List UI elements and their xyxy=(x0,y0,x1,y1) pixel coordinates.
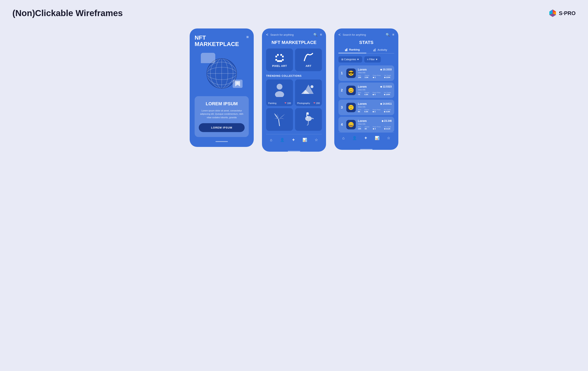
painting-collection[interactable]: Painting ❤ 100 xyxy=(266,80,293,106)
frame3-bottom-line xyxy=(360,149,373,150)
frame-2-phone: < Search for anything 🔍 ≡ NFT MARKETPLAC… xyxy=(262,29,326,152)
pixel-art-category[interactable]: PIXEL ART xyxy=(266,49,293,71)
heart-icon-2: ❤ xyxy=(314,102,315,104)
svg-point-27 xyxy=(311,85,314,88)
frame3-menu-icon[interactable]: ≡ xyxy=(392,33,394,37)
rank-3-emoji: 🙂 xyxy=(348,105,354,110)
frame3-nav-star[interactable]: ☆ xyxy=(387,136,390,140)
logo-text: S·PRO xyxy=(559,10,576,17)
heart-icon: ❤ xyxy=(284,102,286,104)
nav-add-icon[interactable]: + xyxy=(292,137,295,143)
cta-button[interactable]: LOREM IPSUM xyxy=(199,123,245,132)
rank-3-view: View Info xyxy=(358,106,392,108)
art-category[interactable]: ART xyxy=(295,49,322,71)
rank-3-price: ◆ 14.6411 xyxy=(380,102,392,105)
rank-1-avatar: 😎 xyxy=(346,69,356,78)
rank-3-info: Lorem ◆ 14.6411 View Info Item 9K Owner … xyxy=(358,102,392,113)
painting-img xyxy=(266,80,293,100)
frame3-nav-home[interactable]: ⌂ xyxy=(342,136,345,140)
info-card: LOREM IPSUM Lorem ipsum dolor sit amet, … xyxy=(195,96,249,137)
ranking-item-4: 4 😄 Lorem ◆ 23.346 View Info Item 10K xyxy=(338,117,394,132)
frame2-bottom-nav: ⌂ 👤 + 📊 ☆ xyxy=(266,134,322,147)
nav-stats-icon[interactable]: 📊 xyxy=(303,138,307,142)
rank-3-name-row: Lorem ◆ 14.6411 xyxy=(358,102,392,105)
bookmark-icon xyxy=(234,81,241,86)
rank-2-stats: Item 7K Owner 4.5K Floor Price ◆ 5 Vol xyxy=(358,92,392,96)
svg-rect-18 xyxy=(275,56,277,57)
rank-1-emoji: 😎 xyxy=(348,70,354,76)
stats-tabs: Ranking Activity xyxy=(338,48,394,53)
nav-home-icon[interactable]: ⌂ xyxy=(270,138,272,142)
photography-collection[interactable]: Photography ❤ 200 xyxy=(295,80,322,106)
nav-profile-icon[interactable]: 👤 xyxy=(280,138,284,142)
pixel-art-icon xyxy=(273,52,286,63)
frame3-search-icon[interactable]: 🔍 xyxy=(386,33,390,37)
frame3-search-bar-left: < Search for anything xyxy=(338,33,366,37)
svg-rect-16 xyxy=(277,54,279,56)
rank-4-info: Lorem ◆ 23.346 View Info Item 10K Owner … xyxy=(358,119,392,130)
rank-1-name: Lorem xyxy=(358,68,367,71)
search-placeholder-text: Search for anything xyxy=(271,33,294,36)
painting-footer: Painting ❤ 100 xyxy=(266,100,293,106)
ranking-item-2: 2 😊 Lorem ◆ 12.5323 View Info Item 7K xyxy=(338,82,394,98)
frame3-nav-add[interactable]: + xyxy=(365,135,367,141)
rank-2-info: Lorem ◆ 12.5323 View Info Item 7K Owner … xyxy=(358,85,392,96)
svg-rect-35 xyxy=(375,49,376,51)
tropical-img xyxy=(266,108,293,131)
rank-4-stats: Item 10K Owner 4K Floor Price ◆ 3 Vol xyxy=(358,126,392,130)
back-arrow-icon[interactable]: < xyxy=(266,33,268,37)
svg-rect-19 xyxy=(282,56,284,57)
rank-1-info: Lorem ◆ 10.3333 View Info Item 10K Owner… xyxy=(358,68,392,78)
mountain-icon xyxy=(301,82,316,97)
filter-btn[interactable]: ≡ Filter ▼ xyxy=(364,56,381,62)
activity-tab-icon xyxy=(373,49,376,51)
rank-4-name: Lorem xyxy=(358,119,367,122)
ranking-list: 1 😎 Lorem ◆ 10.3333 View Info Item 10K xyxy=(338,65,394,132)
rank-2-number: 2 xyxy=(341,89,344,92)
tab-ranking[interactable]: Ranking xyxy=(338,48,366,53)
rank-1-stats: Item 10K Owner 3.5K Floor Price ◆ 1 Vo xyxy=(358,74,392,78)
palm-icon xyxy=(272,112,287,127)
search-icon[interactable]: 🔍 xyxy=(314,33,317,37)
nft-badge xyxy=(233,80,242,88)
rank-4-view: View Info xyxy=(358,123,392,125)
rank-3-stats: Item 9K Owner 6.5K Floor Price ◆ 2 Vol xyxy=(358,109,392,113)
flamingo-icon xyxy=(301,112,316,127)
photography-name: Photography xyxy=(297,102,310,104)
tab-activity-label: Activity xyxy=(378,48,387,51)
frame1-title: NFT MARKETPLACE xyxy=(195,35,239,48)
hamburger-icon[interactable]: ≡ xyxy=(246,35,249,40)
nav-star-icon[interactable]: ☆ xyxy=(315,138,318,142)
rank-2-price: ◆ 12.5323 xyxy=(380,85,392,88)
wireframes-container: NFT MARKETPLACE ≡ xyxy=(12,29,576,152)
frame2-title: NFT MARKETPLACE xyxy=(266,40,322,45)
photography-likes: ❤ 200 xyxy=(314,102,320,104)
page-header: (Non)Clickable Wireframes S·PRO xyxy=(12,8,576,18)
frame1-title-line1: NFT xyxy=(195,35,239,41)
svg-point-15 xyxy=(237,82,239,84)
stats-title: STATS xyxy=(338,40,394,45)
flamingo-collection[interactable] xyxy=(295,108,322,131)
frame3-bottom-nav: ⌂ 👤 + 📊 ☆ xyxy=(338,132,394,145)
tab-activity[interactable]: Activity xyxy=(366,48,394,53)
painting-name: Painting xyxy=(268,102,276,104)
frame3-nav-profile[interactable]: 👤 xyxy=(352,136,357,140)
rank-1-stat-item: Item 10K xyxy=(358,74,361,78)
tropical-collection[interactable] xyxy=(266,108,293,131)
rank-3-name: Lorem xyxy=(358,102,367,105)
frame1-top-bar: NFT MARKETPLACE ≡ xyxy=(195,35,249,48)
menu-icon[interactable]: ≡ xyxy=(320,33,322,37)
frame3-back-arrow[interactable]: < xyxy=(338,33,341,37)
rank-1-number: 1 xyxy=(341,71,344,75)
categories-filter-btn[interactable]: ⊞ Categories ▼ xyxy=(338,56,362,62)
svg-rect-34 xyxy=(374,49,375,51)
ranking-tab-icon xyxy=(345,48,348,51)
rank-4-price: ◆ 23.346 xyxy=(382,120,392,122)
rank-2-name-row: Lorem ◆ 12.5323 xyxy=(358,85,392,88)
svg-rect-32 xyxy=(347,48,347,51)
frame3-search-bar: < Search for anything 🔍 ≡ xyxy=(338,33,394,37)
logo: S·PRO xyxy=(548,9,576,18)
rank-2-name: Lorem xyxy=(358,85,367,88)
frame3-nav-stats[interactable]: 📊 xyxy=(375,136,379,140)
rank-3-number: 3 xyxy=(341,106,344,109)
